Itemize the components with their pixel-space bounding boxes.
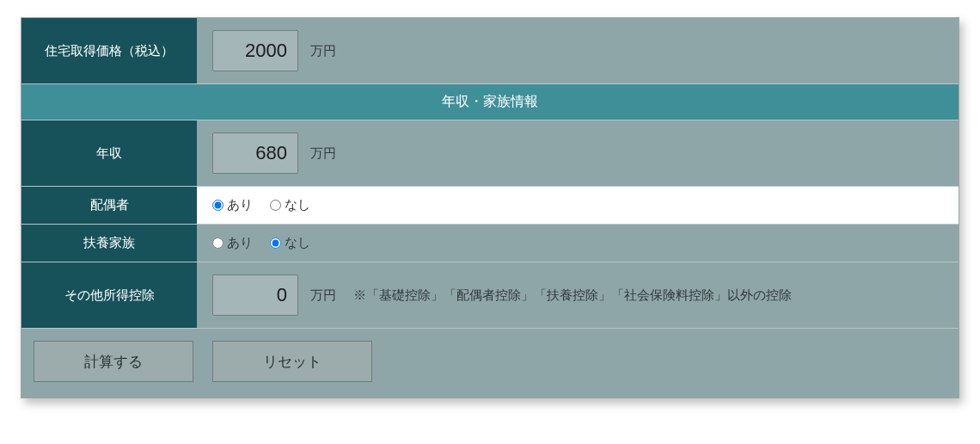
unit-income: 万円 (310, 145, 336, 162)
radio-dependents-yes-input[interactable] (212, 237, 224, 249)
calc-button[interactable]: 計算する (34, 341, 193, 382)
label-price: 住宅取得価格（税込） (21, 18, 197, 83)
radio-spouse-yes[interactable]: あり (212, 197, 253, 213)
section-header-family: 年収・家族情報 (21, 84, 959, 120)
radio-dependents-yes-label: あり (227, 235, 253, 251)
field-other-deduction: 万円 ※「基礎控除」「配偶者控除」「扶養控除」「社会保険料控除」以外の控除 (197, 262, 959, 328)
input-other-deduction[interactable] (212, 274, 298, 316)
radio-spouse-no-label: なし (285, 197, 310, 213)
field-income: 万円 (197, 120, 959, 186)
form-panel: 住宅取得価格（税込） 万円 年収・家族情報 年収 万円 配偶者 あり なし (21, 17, 959, 398)
reset-button[interactable]: リセット (212, 341, 372, 382)
label-income: 年収 (21, 120, 197, 186)
row-dependents: 扶養家族 あり なし (21, 225, 959, 262)
row-spouse: 配偶者 あり なし (21, 187, 959, 225)
label-other-deduction: その他所得控除 (21, 262, 197, 328)
row-other-deduction: その他所得控除 万円 ※「基礎控除」「配偶者控除」「扶養控除」「社会保険料控除」… (21, 262, 959, 329)
input-income[interactable] (212, 133, 298, 174)
action-row: 計算する リセット (21, 329, 959, 398)
row-price: 住宅取得価格（税込） 万円 (21, 18, 959, 84)
field-price: 万円 (197, 18, 959, 83)
radio-spouse-yes-label: あり (227, 197, 253, 213)
unit-price: 万円 (310, 43, 336, 59)
radio-spouse-no[interactable]: なし (270, 197, 310, 213)
input-price[interactable] (212, 30, 298, 71)
unit-other-deduction: 万円 (310, 287, 336, 304)
radio-spouse-no-input[interactable] (270, 200, 281, 211)
field-spouse: あり なし (197, 187, 959, 224)
radio-group-dependents: あり なし (212, 235, 310, 251)
radio-dependents-yes[interactable]: あり (212, 235, 253, 251)
radio-dependents-no-label: なし (285, 235, 310, 251)
label-dependents: 扶養家族 (21, 225, 197, 262)
radio-group-spouse: あり なし (212, 197, 310, 213)
row-income: 年収 万円 (21, 120, 959, 187)
note-other-deduction: ※「基礎控除」「配偶者控除」「扶養控除」「社会保険料控除」以外の控除 (353, 287, 792, 304)
field-dependents: あり なし (197, 225, 959, 262)
label-spouse: 配偶者 (21, 187, 197, 224)
radio-spouse-yes-input[interactable] (212, 200, 224, 211)
radio-dependents-no-input[interactable] (270, 237, 281, 249)
radio-dependents-no[interactable]: なし (270, 235, 310, 251)
